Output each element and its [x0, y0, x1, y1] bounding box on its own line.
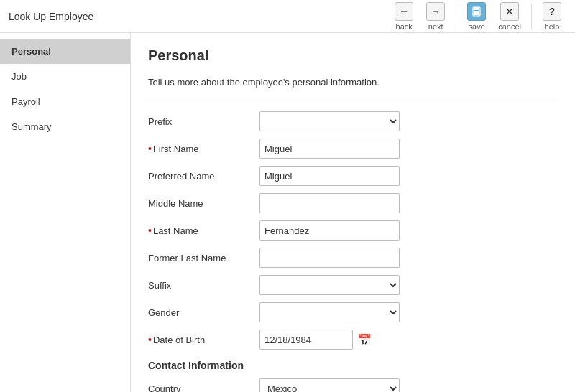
dob-control: 📅 — [259, 330, 400, 350]
country-control: Mexico United States Canada Other — [259, 378, 400, 392]
preferred-name-label: Preferred Name — [148, 171, 259, 182]
date-row: 📅 — [259, 330, 400, 350]
sidebar: Personal Job Payroll Summary — [0, 33, 131, 392]
section-description: Tell us more about the employee's person… — [148, 77, 558, 98]
back-button[interactable]: ← back — [390, 1, 418, 32]
suffix-row: Suffix Jr. Sr. II III — [148, 275, 558, 295]
country-row: Country Mexico United States Canada Othe… — [148, 378, 558, 392]
first-name-required-dot: • — [148, 143, 152, 154]
last-name-input[interactable] — [259, 220, 400, 241]
prefix-control: Mr. Mrs. Ms. Dr. — [259, 111, 400, 131]
next-button[interactable]: → next — [421, 1, 450, 32]
cancel-button[interactable]: ✕ cancel — [494, 1, 525, 32]
main-layout: Personal Job Payroll Summary Personal Te… — [0, 33, 575, 392]
page-title: Personal — [148, 47, 558, 64]
suffix-control: Jr. Sr. II III — [259, 275, 400, 295]
contact-section-heading: Contact Information — [148, 360, 558, 371]
middle-name-row: Middle Name — [148, 193, 558, 213]
former-last-name-control — [259, 248, 400, 268]
calendar-icon[interactable]: 📅 — [357, 333, 372, 347]
dob-label: •Date of Birth — [148, 334, 259, 345]
last-name-row: •Last Name — [148, 220, 558, 241]
divider-2 — [531, 4, 532, 29]
save-label: save — [469, 22, 485, 31]
save-icon — [467, 2, 486, 21]
last-name-control — [259, 220, 400, 241]
back-label: back — [396, 22, 413, 31]
former-last-name-label: Former Last Name — [148, 253, 259, 263]
gender-label: Gender — [148, 307, 259, 318]
country-label: Country — [148, 383, 259, 393]
help-icon: ? — [543, 2, 561, 21]
dob-required-dot: • — [148, 334, 152, 345]
app-title: Look Up Employee — [9, 11, 93, 22]
preferred-name-input[interactable] — [259, 166, 400, 186]
suffix-select[interactable]: Jr. Sr. II III — [259, 275, 400, 295]
dob-input[interactable] — [259, 330, 353, 350]
middle-name-control — [259, 193, 400, 213]
first-name-label: •First Name — [148, 143, 259, 154]
middle-name-input[interactable] — [259, 193, 400, 213]
sidebar-item-job-label: Job — [12, 71, 27, 82]
gender-control: Male Female Other — [259, 302, 400, 322]
sidebar-item-personal-label: Personal — [12, 46, 51, 57]
back-icon: ← — [395, 2, 413, 21]
country-select[interactable]: Mexico United States Canada Other — [259, 378, 400, 392]
first-name-input[interactable] — [259, 139, 400, 159]
svg-rect-2 — [474, 11, 479, 15]
next-icon: → — [426, 2, 445, 21]
top-bar: Look Up Employee ← back → next save ✕ ca… — [0, 0, 575, 33]
prefix-label: Prefix — [148, 116, 259, 127]
sidebar-item-payroll-label: Payroll — [12, 96, 40, 107]
sidebar-item-job[interactable]: Job — [0, 64, 130, 89]
first-name-row: •First Name — [148, 139, 558, 159]
help-label: help — [545, 22, 560, 31]
former-last-name-input[interactable] — [259, 248, 400, 268]
first-name-control — [259, 139, 400, 159]
prefix-row: Prefix Mr. Mrs. Ms. Dr. — [148, 111, 558, 131]
dob-row: •Date of Birth 📅 — [148, 330, 558, 350]
sidebar-item-summary-label: Summary — [12, 121, 52, 132]
prefix-select[interactable]: Mr. Mrs. Ms. Dr. — [259, 111, 400, 131]
sidebar-item-payroll[interactable]: Payroll — [0, 89, 130, 114]
svg-rect-1 — [474, 7, 479, 10]
last-name-required-dot: • — [148, 225, 152, 236]
gender-select[interactable]: Male Female Other — [259, 302, 400, 322]
gender-row: Gender Male Female Other — [148, 302, 558, 322]
sidebar-item-summary[interactable]: Summary — [0, 114, 130, 139]
divider-1 — [456, 4, 456, 29]
toolbar-actions: ← back → next save ✕ cancel ? help — [390, 1, 566, 32]
content-area: Personal Tell us more about the employee… — [131, 33, 575, 392]
last-name-label: •Last Name — [148, 225, 259, 236]
suffix-label: Suffix — [148, 280, 259, 291]
sidebar-item-personal[interactable]: Personal — [0, 39, 130, 64]
cancel-icon: ✕ — [500, 2, 519, 21]
middle-name-label: Middle Name — [148, 198, 259, 209]
save-button[interactable]: save — [462, 1, 491, 32]
preferred-name-control — [259, 166, 400, 186]
next-label: next — [428, 22, 443, 31]
former-last-name-row: Former Last Name — [148, 248, 558, 268]
preferred-name-row: Preferred Name — [148, 166, 558, 186]
help-button[interactable]: ? help — [538, 1, 566, 32]
cancel-label: cancel — [498, 22, 521, 31]
